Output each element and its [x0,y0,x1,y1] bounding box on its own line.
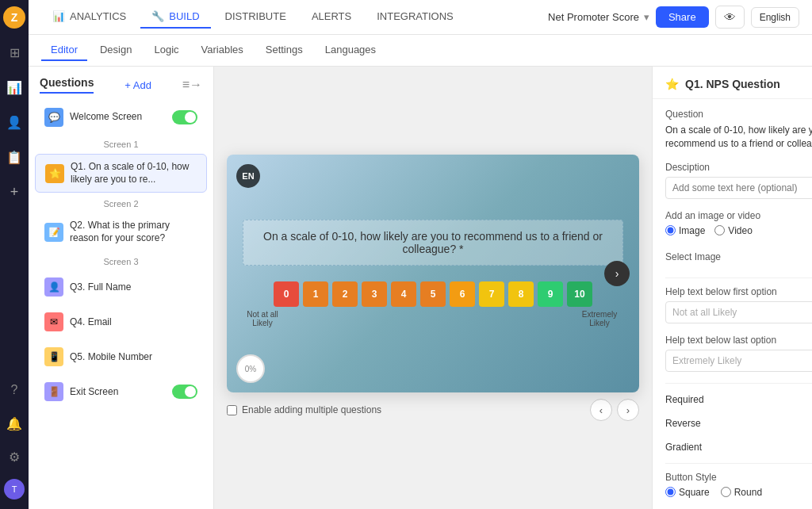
tab-logic[interactable]: Logic [144,40,188,61]
select-image-row: Select Image Add [665,247,812,266]
tab-analytics[interactable]: 📊 ANALYTICS [41,6,137,29]
video-option[interactable]: Video [714,225,752,236]
right-panel: ⭐ Q1. NPS Question Question On a scale o… [652,67,812,509]
q1-icon: ⭐ [45,164,64,183]
screen-label-1: Screen 1 [29,135,213,152]
required-toggle-row: Required [665,392,812,408]
screen-label-3: Screen 3 [29,252,213,270]
tab-design[interactable]: Design [90,40,141,61]
screen-label-2: Screen 2 [29,194,213,212]
nav-icon-settings[interactable]: ⚙ [3,446,25,468]
nav-icon-bell[interactable]: 🔔 [3,412,25,434]
nps-btn-7[interactable]: 7 [479,281,504,307]
nav-icon-plus[interactable]: + [3,181,25,203]
nav-icon-chart[interactable]: 📊 [3,76,25,98]
help-last-group: Help text below last option [665,335,812,372]
media-field-group: Add an image or video Image Video [665,210,812,236]
nps-btn-6[interactable]: 6 [450,281,475,307]
help-first-group: Help text below first option [665,286,812,323]
list-item[interactable]: 💬 Welcome Screen [35,101,207,133]
list-item[interactable]: 👤 Q3. Full Name [35,271,207,303]
content-area: Questions + Add ≡→ 💬 Welcome Screen Scre… [29,67,812,509]
nps-btn-1[interactable]: 1 [303,281,328,307]
build-icon: 🔧 [151,10,164,22]
nps-btn-3[interactable]: 3 [362,281,387,307]
tab-build[interactable]: 🔧 BUILD [140,6,210,29]
tab-languages[interactable]: Languages [316,40,385,61]
right-panel-body: Question On a scale of 0-10, how likely … [653,99,812,507]
nav-icon-help[interactable]: ? [3,379,25,401]
survey-selector[interactable]: Net Promoter Score ▾ [548,11,649,23]
nav-arrows: ‹ › [590,399,639,421]
list-item[interactable]: ⭐ Q1. On a scale of 0-10, how likely are… [35,154,207,193]
left-sidebar: Z ⊞ 📊 👤 📋 + ? 🔔 ⚙ T [0,0,29,509]
q2-icon: 📝 [44,223,63,242]
welcome-toggle[interactable] [172,110,197,124]
survey-preview: EN › On a scale of 0-10, how likely are … [227,155,639,392]
gradient-toggle-row: Gradient [665,439,812,455]
description-field-group: Desciption [665,162,812,199]
tab-alerts[interactable]: ALERTS [301,6,362,29]
nav-icon-checkboard[interactable]: 📋 [3,146,25,168]
next-arrow[interactable]: › [617,399,639,421]
main-area: 📊 ANALYTICS 🔧 BUILD DISTRIBUTE ALERTS IN… [29,0,812,509]
preview-button[interactable]: 👁 [715,6,745,29]
top-nav-right: Net Promoter Score ▾ Share 👁 English [548,6,799,29]
share-button[interactable]: Share [656,6,709,28]
next-button[interactable]: › [604,261,630,286]
list-item[interactable]: 🚪 Exit Screen [35,376,207,408]
reorder-icon[interactable]: ≡→ [182,78,202,92]
top-nav: 📊 ANALYTICS 🔧 BUILD DISTRIBUTE ALERTS IN… [29,0,812,35]
analytics-icon: 📊 [52,10,65,22]
top-nav-tabs: 📊 ANALYTICS 🔧 BUILD DISTRIBUTE ALERTS IN… [41,6,465,29]
nps-btn-9[interactable]: 9 [538,281,563,307]
progress-area: 0% [236,354,265,383]
questions-title: Questions [40,76,94,94]
multiple-questions-input[interactable] [227,405,237,415]
list-item[interactable]: 📱 Q5. Mobile Number [35,341,207,373]
tab-settings[interactable]: Settings [256,40,312,61]
questions-panel: Questions + Add ≡→ 💬 Welcome Screen Scre… [29,67,214,509]
reverse-toggle-row: Reverse [665,415,812,431]
nps-question-text: On a scale of 0-10, how likely are you t… [243,220,623,266]
star-icon: ⭐ [665,78,679,90]
nav-icon-person[interactable]: 👤 [3,111,25,133]
list-item[interactable]: ✉ Q4. Email [35,306,207,338]
label-not-likely: Not at all Likely [243,310,282,327]
prev-arrow[interactable]: ‹ [590,399,612,421]
list-item[interactable]: 📝 Q2. What is the primary reason for you… [35,213,207,251]
preview-lang-badge: EN [236,164,260,188]
nps-btn-8[interactable]: 8 [508,281,534,307]
question-field-group: Question On a scale of 0-10, how likely … [665,109,812,151]
tab-distribute[interactable]: DISTRIBUTE [214,6,297,29]
nav-icon-grid[interactable]: ⊞ [3,41,25,63]
nps-btn-4[interactable]: 4 [391,281,416,307]
help-last-input[interactable] [665,350,812,372]
image-option[interactable]: Image [665,225,705,236]
right-panel-title: Q1. NPS Question [685,78,780,90]
button-style-options: Square Round [665,487,812,498]
nps-btn-0[interactable]: 0 [274,281,299,307]
tab-editor[interactable]: Editor [41,40,87,61]
multiple-questions-checkbox[interactable]: Enable adding multiple questions [227,404,381,415]
q5-icon: 📱 [44,347,63,366]
language-badge[interactable]: English [751,7,799,28]
welcome-icon: 💬 [44,108,63,127]
add-question-button[interactable]: + Add [124,79,151,91]
bottom-icons: ? 🔔 ⚙ T [3,379,25,509]
q4-icon: ✉ [44,312,63,331]
description-input[interactable] [665,177,812,199]
user-avatar[interactable]: T [4,479,25,499]
button-style-row: Button Style Square Round [665,472,812,498]
nps-btn-10[interactable]: 10 [567,281,592,307]
exit-toggle[interactable] [172,385,197,399]
nps-btn-2[interactable]: 2 [332,281,358,307]
nps-scale: 0 1 2 3 4 5 6 7 8 9 10 [274,281,592,307]
canvas-area: EN › On a scale of 0-10, how likely are … [214,67,652,509]
tab-integrations[interactable]: INTEGRATIONS [366,6,465,29]
square-option[interactable]: Square [665,487,710,498]
help-first-input[interactable] [665,301,812,323]
tab-variables[interactable]: Variables [192,40,253,61]
nps-btn-5[interactable]: 5 [420,281,446,307]
round-option[interactable]: Round [721,487,762,498]
